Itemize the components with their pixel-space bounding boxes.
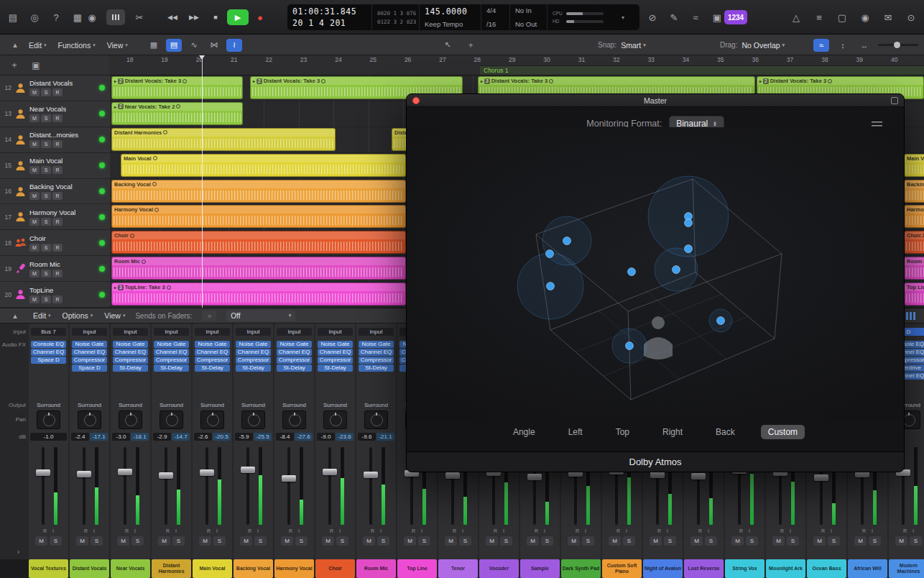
output-slot[interactable]: Surround <box>276 401 313 409</box>
solo-button[interactable]: S <box>705 536 717 546</box>
channel-name[interactable]: African Will <box>848 559 887 578</box>
view-button-custom[interactable]: Custom <box>761 425 805 439</box>
channel-name[interactable]: Distant Vocals <box>70 559 109 578</box>
collapse-up-icon[interactable]: ▴ <box>7 39 23 52</box>
fx-slot[interactable]: Compressor <box>318 357 353 364</box>
input-slot[interactable]: Input <box>236 328 271 336</box>
waveform-zoom-icon[interactable]: ≈ <box>813 39 829 52</box>
record-enable-button[interactable]: R <box>52 140 63 148</box>
db-value[interactable]: -23.6 <box>336 433 354 441</box>
channel-name[interactable]: Custom Soft Piano <box>602 559 642 578</box>
surround-panner[interactable] <box>200 410 224 429</box>
db-value[interactable]: -20.5 <box>213 433 231 441</box>
fx-slot[interactable]: Space D <box>72 364 107 372</box>
solo-button[interactable]: S <box>828 536 840 546</box>
fx-slot[interactable]: Channel EQ <box>154 349 189 356</box>
mute-button[interactable]: M <box>813 536 826 546</box>
mute-button[interactable]: M <box>35 536 47 546</box>
solo-button[interactable]: S <box>213 536 226 546</box>
record-button[interactable]: R <box>903 528 907 533</box>
view-button-right[interactable]: Right <box>655 425 690 439</box>
db-value[interactable]: -3.0 <box>112 433 130 441</box>
fx-slot[interactable]: Channel EQ <box>277 349 312 356</box>
output-slot[interactable]: Surround <box>112 401 149 409</box>
mute-button[interactable]: M <box>445 536 457 546</box>
fx-slot[interactable]: Channel EQ <box>195 349 230 356</box>
solo-button[interactable]: S <box>41 114 51 122</box>
add-track-button[interactable]: + <box>7 58 22 73</box>
mixer-sliders-icon[interactable] <box>106 9 125 25</box>
audio-region[interactable]: ▸2Distant Vocals: Take 3 <box>111 76 243 99</box>
channel-name[interactable]: Harmony Vocal <box>274 559 314 578</box>
speaker-object[interactable] <box>563 237 571 245</box>
mute-button[interactable]: M <box>404 536 416 546</box>
mute-button[interactable]: M <box>29 218 40 226</box>
solo-button[interactable]: S <box>41 88 51 96</box>
input-monitor-button[interactable]: I <box>380 528 382 533</box>
db-value[interactable]: -18.1 <box>131 433 149 441</box>
record-button[interactable]: R <box>657 528 661 533</box>
track-header[interactable]: 20TopLineMSR <box>0 282 109 308</box>
db-value[interactable]: -9.6 <box>358 433 376 441</box>
sends-mode-select[interactable]: Off▾ <box>226 310 295 321</box>
solo-button[interactable]: S <box>664 536 676 546</box>
voice-icon[interactable]: ◉ <box>858 10 872 24</box>
record-button[interactable]: R <box>412 528 415 533</box>
solo-button[interactable]: S <box>746 536 758 546</box>
audio-region[interactable]: Choir.7 <box>904 231 924 254</box>
channel-name[interactable]: Modern Machines <box>889 559 924 578</box>
channel-strip[interactable]: InputNoise GateChannel EQCompressorSt-De… <box>356 324 396 559</box>
channel-strip[interactable]: InputNoise GateChannel EQCompressorSt-De… <box>152 324 191 559</box>
db-value[interactable]: -2.9 <box>153 433 171 441</box>
db-value[interactable]: -17.1 <box>90 433 108 441</box>
input-monitor-button[interactable]: I <box>708 528 709 533</box>
pencil-icon[interactable]: ✎ <box>667 10 681 24</box>
channel-strip[interactable]: InputNoise GateChannel EQCompressorSt-De… <box>315 324 355 559</box>
menu-edit[interactable]: Edit▾ <box>29 41 47 50</box>
fx-slot[interactable]: Compressor <box>195 357 230 364</box>
record-button[interactable]: R <box>43 528 47 533</box>
input-monitor-button[interactable]: I <box>339 528 341 533</box>
track-header[interactable]: 16Backing VocalMSR <box>0 179 109 205</box>
devices-icon[interactable]: ▤ <box>6 10 20 24</box>
channel-name[interactable]: Top Line <box>397 559 437 578</box>
mute-button[interactable]: M <box>76 536 88 546</box>
output-slot[interactable]: Surround <box>235 401 272 409</box>
db-value[interactable]: -25.5 <box>254 433 272 441</box>
view-button-left[interactable]: Left <box>561 425 590 439</box>
mixer-view-columns-icon[interactable] <box>905 311 917 321</box>
fader-handle[interactable] <box>77 471 91 477</box>
media-browser-icon[interactable]: ▦ <box>70 10 85 24</box>
audio-region[interactable]: ▸3TopLine: Take 3 <box>111 283 406 306</box>
input-monitor-button[interactable]: I <box>585 528 586 533</box>
record-enable-button[interactable]: R <box>52 192 63 200</box>
solo-button[interactable]: S <box>910 536 922 546</box>
db-value[interactable]: -8.4 <box>276 433 294 441</box>
disclosure-triangle-icon[interactable]: ▸ <box>759 78 762 83</box>
audio-region[interactable]: Harmony Vocal <box>904 205 924 228</box>
fx-slot[interactable]: Channel EQ <box>318 349 353 356</box>
solo-button[interactable]: S <box>41 270 51 277</box>
channel-name[interactable]: Dark Synth Pad <box>561 559 601 578</box>
power-icon[interactable]: ○ <box>202 311 216 321</box>
channel-strip[interactable]: InputNoise GateChannel EQCompressorSt-De… <box>274 324 314 559</box>
zoom-slider[interactable] <box>878 44 918 46</box>
record-button[interactable]: R <box>821 528 825 533</box>
track-header[interactable]: 13Near VocalsMSR <box>0 101 109 127</box>
mute-button[interactable]: M <box>29 140 40 148</box>
room-3d-view[interactable] <box>407 127 905 421</box>
record-button[interactable]: R <box>698 528 702 533</box>
solo-button[interactable]: S <box>500 536 512 546</box>
fader-handle[interactable] <box>691 473 706 480</box>
record-enable-button[interactable]: R <box>52 270 63 277</box>
channel-name[interactable]: Backing Vocal <box>234 559 273 578</box>
db-value[interactable]: -2.6 <box>194 433 212 441</box>
solo-button[interactable]: S <box>254 536 267 546</box>
track-header[interactable]: 14Distant...moniesMSR <box>0 127 109 153</box>
fader-handle[interactable] <box>323 469 337 475</box>
surround-panner[interactable] <box>323 410 347 429</box>
input-monitor-button[interactable]: I <box>831 528 832 533</box>
close-window-button[interactable] <box>412 97 420 104</box>
solo-button[interactable]: S <box>869 536 881 546</box>
grid-icon[interactable]: ▦ <box>146 39 162 52</box>
